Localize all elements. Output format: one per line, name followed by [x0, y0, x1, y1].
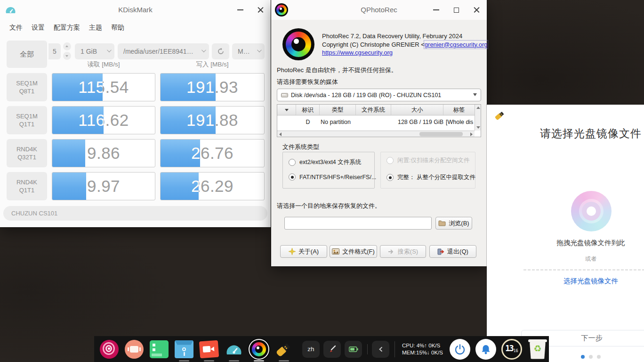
- brush-icon[interactable]: [323, 341, 341, 358]
- folder-icon: [438, 220, 446, 226]
- menu-file[interactable]: 文件: [9, 24, 23, 32]
- pagination-dot[interactable]: [597, 355, 601, 359]
- image-writer-heading: 请选择光盘镜像文件: [487, 126, 644, 141]
- kdiskmark-menubar: 文件 设置 配置方案 主题 帮助: [0, 21, 124, 35]
- radio-selected-icon: [386, 174, 394, 181]
- menu-help[interactable]: 帮助: [111, 24, 124, 32]
- about-line2: Copyright (C) Christophe GRENIER <grenie…: [322, 41, 491, 49]
- benchmark-all-button[interactable]: 全部: [7, 41, 47, 68]
- write-result-cell: 191.88 191.88: [160, 106, 265, 134]
- media-select[interactable]: Disk /dev/sda - 128 GB / 119 GiB (RO) - …: [277, 89, 481, 101]
- column-header-id[interactable]: 标识: [296, 105, 320, 115]
- collapse-chevron-icon[interactable]: [372, 341, 389, 358]
- close-icon: [474, 7, 480, 13]
- notes-icon[interactable]: [150, 340, 169, 359]
- clock[interactable]: 13 16: [501, 339, 522, 360]
- partition-table: 标识 类型 文件系统 大小 标签 D No partition 128 GB /…: [277, 104, 481, 137]
- scroll-up-icon[interactable]: [476, 107, 480, 109]
- trash-icon[interactable]: ♻: [527, 338, 548, 360]
- test-label-seq1m-q8t1[interactable]: SEQ1MQ8T1: [7, 73, 47, 101]
- loop-count-spinbox[interactable]: 5: [48, 43, 61, 59]
- running-indicator: [279, 360, 289, 362]
- test-size-select[interactable]: 1 GiB: [75, 43, 114, 59]
- column-header-fs[interactable]: 文件系统: [356, 105, 391, 115]
- refresh-icon: [217, 48, 225, 55]
- qphotorec-close-button[interactable]: [467, 0, 486, 20]
- partition-label: [Whole dis: [443, 119, 475, 125]
- scroll-left-icon[interactable]: [279, 132, 282, 136]
- browse-button[interactable]: 浏览(B): [435, 217, 472, 230]
- vertical-scrollbar[interactable]: [475, 105, 481, 131]
- notification-bell-button[interactable]: [475, 339, 496, 360]
- email-link[interactable]: grenier@cgsecurity.org: [425, 41, 488, 48]
- file-formats-button[interactable]: 文件格式(F): [330, 245, 377, 258]
- sort-arrow-icon: [285, 109, 289, 111]
- bell-icon: [480, 344, 491, 355]
- menu-settings[interactable]: 设置: [32, 24, 45, 32]
- running-indicator: [179, 360, 189, 362]
- qphotorec-maximize-button[interactable]: [447, 0, 466, 20]
- write-column-header: 写入 [MB/s]: [161, 60, 264, 69]
- about-line1: PhotoRec 7.2, Data Recovery Utility, Feb…: [322, 32, 491, 41]
- pagination-dot[interactable]: [589, 355, 593, 359]
- radio-icon: [289, 159, 296, 166]
- profile-select[interactable]: M…: [232, 43, 265, 59]
- destination-input[interactable]: [284, 217, 432, 230]
- horizontal-scrollbar[interactable]: [277, 131, 475, 137]
- menu-theme[interactable]: 主题: [89, 24, 102, 32]
- sort-column-header[interactable]: [277, 105, 296, 115]
- qphotorec-titlebar: QPhotoRec: [271, 0, 487, 20]
- video-capture-icon[interactable]: [200, 340, 218, 359]
- partition-size: 128 GB / 119 GiB: [391, 119, 443, 125]
- target-path-select[interactable]: /media/user/1EE8941…: [118, 43, 209, 59]
- partition-row[interactable]: D No partition 128 GB / 119 GiB [Whole d…: [277, 116, 475, 128]
- kdiskmark-title: KDiskMark: [0, 0, 271, 20]
- loop-count-up-icon[interactable]: [63, 42, 71, 50]
- file-manager-icon[interactable]: [175, 340, 193, 359]
- maximize-icon: [454, 8, 459, 13]
- running-indicator: [204, 360, 214, 362]
- scroll-down-icon[interactable]: [476, 126, 480, 129]
- loop-count-down-icon[interactable]: [63, 52, 71, 60]
- quit-button[interactable]: 退出(Q): [429, 245, 476, 258]
- system-stats[interactable]: CPU: 4%↑ 0K/S MEM:15%↓ 0K/S: [402, 342, 443, 356]
- device-status-bar: CHUZUN CS101: [3, 206, 267, 221]
- battery-icon[interactable]: [345, 341, 362, 358]
- column-header-size[interactable]: 大小: [391, 105, 443, 115]
- qphotorec-minimize-button[interactable]: [427, 0, 445, 20]
- partition-table-header: 标识 类型 文件系统 大小 标签: [277, 105, 475, 115]
- test-label-seq1m-q1t1[interactable]: SEQ1MQ1T1: [7, 106, 47, 134]
- divider: [394, 341, 395, 357]
- pagination-dot-active[interactable]: [581, 355, 585, 359]
- radio-fat-filesystem[interactable]: FAT/NTFS/HFS+/ReiserFS/...: [289, 173, 376, 181]
- about-button[interactable]: 关于(A): [280, 245, 327, 258]
- website-link[interactable]: https://www.cgsecurity.org: [322, 49, 393, 56]
- usb-writer-icon[interactable]: [274, 340, 293, 359]
- photorec-logo: [282, 28, 314, 60]
- read-result-cell: 9.86 9.86: [52, 139, 155, 167]
- column-header-type[interactable]: 类型: [320, 105, 356, 115]
- menu-profile[interactable]: 配置方案: [54, 24, 80, 32]
- launcher-rose-icon[interactable]: [100, 340, 119, 359]
- language-indicator[interactable]: zh: [302, 341, 320, 358]
- scan-mode-group: 闲置:仅扫描未分配空间文件 完整： 从整个分区中提取文件: [380, 152, 475, 189]
- screen-recorder-icon[interactable]: [125, 340, 144, 359]
- partition-type: No partition: [320, 119, 356, 125]
- test-label-rnd4k-q1t1[interactable]: RND4KQ1T1: [7, 172, 47, 200]
- radio-ext-filesystem[interactable]: ext2/ext3/ext4 文件系统: [289, 158, 361, 166]
- qphotorec-icon[interactable]: [250, 340, 268, 359]
- kdiskmark-icon[interactable]: [225, 340, 243, 359]
- scroll-right-icon[interactable]: [470, 132, 473, 136]
- kdiskmark-close-button[interactable]: [251, 0, 270, 20]
- radio-whole-partition[interactable]: 完整： 从整个分区中提取文件: [386, 173, 475, 181]
- clock-hours: 13: [505, 344, 513, 353]
- scrollbar-thumb[interactable]: [419, 132, 463, 136]
- column-header-label[interactable]: 标签: [443, 105, 475, 115]
- kdiskmark-minimize-button[interactable]: [231, 0, 250, 20]
- power-button[interactable]: [450, 339, 470, 360]
- or-text: 或者: [487, 255, 644, 263]
- test-label-rnd4k-q32t1[interactable]: RND4KQ32T1: [7, 139, 47, 167]
- read-result-cell: 116.62 116.62: [52, 106, 155, 134]
- choose-image-link[interactable]: 选择光盘镜像文件: [487, 277, 644, 286]
- refresh-button[interactable]: [212, 43, 229, 59]
